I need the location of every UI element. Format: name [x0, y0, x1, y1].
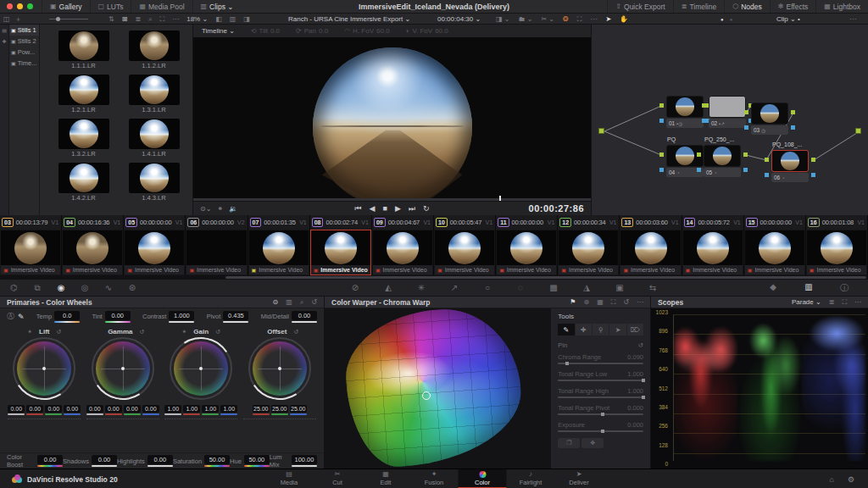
param-slider[interactable]: [558, 380, 643, 381]
add-album-icon[interactable]: ✚: [2, 38, 6, 44]
play-icon[interactable]: ▶: [395, 204, 401, 214]
slider-handle[interactable]: [601, 430, 604, 433]
settings-gear-icon[interactable]: ⚙: [848, 475, 854, 484]
node-page-dot-2[interactable]: ●: [730, 17, 733, 22]
top-button-luts[interactable]: ▢LUTs: [90, 0, 131, 13]
timeline-clip[interactable]: 0900:00:04:67V1▣Immersive Video: [372, 215, 434, 275]
pin-reset-icon[interactable]: ↺: [638, 341, 643, 349]
album-item[interactable]: ▣Stills 2: [9, 36, 39, 47]
timeline-clip[interactable]: 0700:00:01:35V1▣Immersive Video: [248, 215, 310, 275]
timeline-clip[interactable]: 1100:00:00:00V1▣Immersive Video: [496, 215, 558, 275]
split-view-icon[interactable]: ▥: [230, 15, 236, 23]
key-connector[interactable]: [659, 168, 664, 172]
gallery-still[interactable]: 1.1.2.LR: [119, 30, 189, 69]
color-match-icon[interactable]: ⧉: [25, 283, 49, 293]
wheel-channel-value[interactable]: 0.00: [124, 405, 141, 413]
color-wheel[interactable]: [170, 337, 232, 400]
key-connector[interactable]: [743, 168, 748, 172]
color-wheel[interactable]: [92, 337, 154, 400]
slider-handle[interactable]: [642, 396, 645, 399]
still-thumbnail[interactable]: [58, 30, 109, 61]
page-tab-cut[interactable]: ✂Cut: [314, 469, 362, 488]
luma-wheel-icon[interactable]: ✴: [27, 329, 32, 336]
picker-icon[interactable]: ✎: [18, 313, 25, 321]
slider-handle[interactable]: [642, 379, 645, 382]
grid-view-icon[interactable]: ⊞: [122, 15, 128, 23]
scrollbar-handle[interactable]: [225, 276, 866, 279]
timeline-clip[interactable]: 1300:00:03:60V1▣Immersive Video: [620, 215, 682, 275]
search-icon[interactable]: ⌕: [148, 15, 152, 24]
still-thumbnail[interactable]: [129, 30, 180, 61]
param-value[interactable]: 1.000: [627, 370, 643, 378]
more-options-icon[interactable]: ⋯: [172, 15, 179, 23]
wheel-channel-value[interactable]: 0.00: [86, 405, 103, 413]
key-connector[interactable]: [697, 168, 701, 172]
key-connector[interactable]: [811, 173, 815, 177]
adjustment-value[interactable]: 0.0: [54, 311, 80, 320]
camera-icon[interactable]: ⊙⌄: [200, 205, 211, 213]
wheel-channel-value[interactable]: 0.00: [45, 405, 62, 413]
page-tab-deliver[interactable]: ➤Deliver: [555, 469, 604, 488]
window-icon[interactable]: ◭: [376, 283, 400, 292]
wheels-mode-icon[interactable]: ⊙: [273, 298, 279, 307]
pointer-tool-icon[interactable]: ➤: [605, 15, 611, 23]
timeline-clip[interactable]: 0800:00:02:74V1▣Immersive Video: [310, 215, 372, 275]
viewer-canvas[interactable]: [193, 37, 591, 201]
node-view-dropdown[interactable]: Clip ⌄ •: [776, 14, 800, 25]
select-tool[interactable]: ➤: [609, 324, 626, 336]
viewer-mode-dropdown[interactable]: Timeline ⌄: [202, 27, 235, 35]
vfov-value[interactable]: 60.0: [435, 27, 448, 35]
enhanced-view-icon[interactable]: ◨: [243, 15, 250, 23]
gallery-still[interactable]: 1.4.2.LR: [48, 163, 119, 202]
scopes-icon[interactable]: ▥: [797, 282, 821, 294]
clip-thumbnail[interactable]: [125, 230, 184, 265]
motion-icon[interactable]: ⇆: [641, 283, 665, 292]
gallery-still[interactable]: 1.4.1.LR: [119, 119, 189, 158]
jump-end-icon[interactable]: ⏭: [409, 204, 415, 214]
qualifier-icon[interactable]: ⊘: [343, 283, 367, 292]
still-thumbnail[interactable]: [129, 163, 180, 193]
warper-more-icon[interactable]: ⋯: [637, 298, 643, 307]
top-button-lightbox[interactable]: ▦Lightbox: [815, 0, 868, 13]
timeline-clip[interactable]: 0400:00:16:36V1▣Immersive Video: [62, 215, 124, 275]
window-controls[interactable]: [7, 3, 33, 9]
still-thumbnail[interactable]: [129, 75, 180, 105]
wheel-channel-value[interactable]: 1.00: [164, 405, 181, 413]
gallery-palette-icon[interactable]: ▣: [608, 283, 632, 292]
rgb-connector[interactable]: [744, 110, 748, 114]
slider-handle[interactable]: [601, 413, 604, 416]
jump-start-icon[interactable]: ⏮: [354, 204, 361, 214]
wheel-channel-value[interactable]: 1.00: [202, 405, 219, 413]
still-thumbnail[interactable]: [129, 119, 180, 149]
node-input-square[interactable]: [598, 128, 604, 134]
delete-tool[interactable]: ⌦: [627, 324, 643, 336]
reset-primaries-icon[interactable]: ↺: [311, 298, 317, 307]
top-button-timeline[interactable]: ≣Timeline: [673, 0, 725, 13]
loop-icon[interactable]: ↻: [423, 204, 430, 214]
still-thumbnail[interactable]: [58, 163, 109, 193]
node-02[interactable]: 02▪↗: [709, 96, 748, 128]
gallery-still[interactable]: 1.2.1.LR: [48, 75, 119, 114]
footer-value[interactable]: 50.00: [204, 455, 230, 464]
album-item[interactable]: ▣Stills 1: [9, 25, 39, 36]
tracker-icon[interactable]: ✳: [409, 283, 433, 292]
magic-mask-icon[interactable]: ↗: [442, 283, 466, 292]
wheel-slider-track[interactable]: [164, 419, 237, 419]
footer-value[interactable]: 0.00: [37, 455, 63, 464]
rgb-connector[interactable]: [791, 110, 795, 114]
top-button-gallery[interactable]: ▣Gallery: [42, 0, 90, 13]
top-button-quick-export[interactable]: ⇧Quick Export: [607, 0, 672, 13]
wheel-channel-value[interactable]: 25.00: [253, 405, 270, 413]
footer-value[interactable]: 0.00: [92, 455, 117, 464]
stop-icon[interactable]: ■: [383, 204, 387, 214]
unlink-icon[interactable]: ⚭: [217, 205, 223, 213]
clip-thumbnail[interactable]: [497, 230, 556, 265]
footer-value[interactable]: 100.00: [292, 455, 317, 464]
sizing-icon[interactable]: ▩: [542, 283, 565, 292]
wheel-reset-icon[interactable]: ↺: [215, 329, 220, 336]
nodes-more-icon[interactable]: ⋯: [849, 15, 856, 23]
wipe-mode-icon[interactable]: ◨ ⌄: [496, 15, 509, 23]
param-value[interactable]: 0.090: [627, 353, 643, 361]
rgb-connector[interactable]: [811, 158, 815, 162]
hand-tool-icon[interactable]: ✋: [620, 15, 628, 23]
